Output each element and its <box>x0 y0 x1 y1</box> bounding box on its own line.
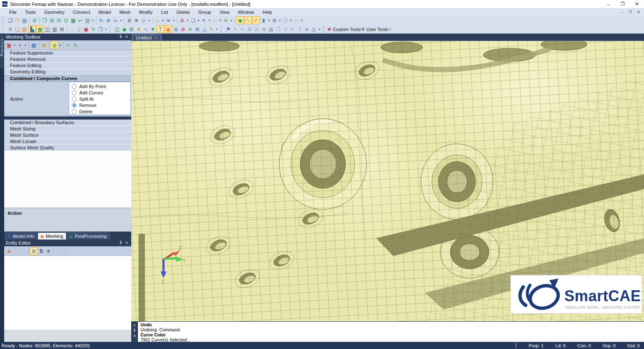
prev-view-disabled[interactable]: ⊗ <box>211 17 218 24</box>
charting-vertical-tab[interactable]: ∿ Charting <box>0 34 4 68</box>
color-layers[interactable]: ▦ <box>30 42 37 49</box>
select-add[interactable]: ↖ <box>72 42 79 49</box>
charting[interactable]: ▙ <box>28 25 36 33</box>
mdi-control-button[interactable]: ✕ <box>635 10 642 14</box>
tab-close-icon[interactable]: ✕ <box>154 36 157 40</box>
no-pick[interactable]: ⊘ <box>179 17 186 24</box>
dropdown-arrow[interactable]: ▾ <box>317 26 321 33</box>
toolbox-list-item[interactable]: Mesh Locate <box>4 138 131 145</box>
menu-item[interactable]: Connect <box>69 10 94 15</box>
model-viewport[interactable]: X Y Z SmartCAE SIMULATE MORE, INNOVATE F… <box>131 41 644 321</box>
hyperlink[interactable]: ∞ <box>112 17 119 24</box>
categorized-view[interactable]: ≣ <box>30 247 38 255</box>
messages-strip-icon[interactable]: ≥ <box>134 323 136 327</box>
save-file[interactable]: ▤ <box>21 17 28 24</box>
refresh-view[interactable]: ↻ <box>98 17 105 24</box>
tab-postprocessing[interactable]: ▦ PostProcessing <box>67 232 110 240</box>
pin-icon[interactable]: ╇ <box>118 241 124 245</box>
flag-start[interactable]: ⚑ <box>225 26 232 33</box>
toolbox-list-item[interactable]: Feature Suppression <box>4 50 131 56</box>
menu-item[interactable]: Help <box>258 10 276 15</box>
active-surface[interactable]: ◍ <box>50 41 58 49</box>
dropdown-arrow[interactable]: ▾ <box>278 17 282 24</box>
dropdown-arrow[interactable]: ▾ <box>23 42 27 49</box>
radio-split-at[interactable]: Split At <box>69 96 130 102</box>
trash[interactable]: ▯ <box>75 26 83 33</box>
dropdown-arrow[interactable]: ▾ <box>161 17 165 24</box>
rotate-model[interactable]: ↻ <box>90 26 97 33</box>
view-orient-cube[interactable]: ◇ <box>140 17 147 24</box>
radio-add-curves[interactable]: Add Curves <box>69 89 130 96</box>
close-button[interactable]: ✕ <box>630 0 644 8</box>
zoom-all[interactable]: ⊕ <box>105 17 112 24</box>
delete-green[interactable]: ✕ <box>187 26 194 33</box>
saved-views[interactable]: ❐ <box>97 26 104 33</box>
minimize-button[interactable]: – <box>601 0 615 8</box>
toolbox-list-item[interactable]: Combined / Boundary Surfaces <box>4 120 131 126</box>
solid-cylinder[interactable]: ▮ <box>260 17 267 24</box>
copy-disabled[interactable]: ❒ <box>20 247 27 255</box>
toolbox-list-item[interactable]: Surface Mesh Quality <box>4 145 131 151</box>
menu-item[interactable]: Tools <box>21 10 40 15</box>
multi-pencil[interactable]: ✎ <box>208 26 215 33</box>
delete-mode[interactable]: ✕ <box>222 17 229 24</box>
menu-item[interactable]: Window <box>234 10 258 15</box>
add-point[interactable]: ✚ <box>135 26 142 33</box>
data-table[interactable]: ▤ <box>21 26 28 33</box>
viewport-tab-untitled[interactable]: Untitled ✕ <box>132 34 161 41</box>
measure-ruler[interactable]: ▭ <box>154 17 161 24</box>
spreadsheet[interactable]: ⊞ <box>58 26 65 33</box>
select-cursor-green[interactable]: ↖ <box>65 42 72 49</box>
dropdown-arrow[interactable]: ▾ <box>300 17 304 24</box>
toolbox-list-item[interactable]: Feature Removal <box>4 56 131 63</box>
snap-toggle[interactable]: ≋ <box>165 17 172 24</box>
select-cursor[interactable]: ↖ <box>200 17 208 24</box>
selection-box[interactable]: ▢ <box>282 17 289 24</box>
tab-meshing[interactable]: ▣ Meshing <box>38 232 66 240</box>
menu-item[interactable]: View <box>215 10 234 15</box>
entity-info[interactable]: ❖ <box>133 17 140 24</box>
sort-az[interactable]: ⇅ <box>38 247 45 255</box>
menu-item[interactable]: File <box>5 10 21 15</box>
close-icon[interactable]: ✕ <box>124 241 130 245</box>
cursor-pick[interactable]: ↖ <box>232 26 239 33</box>
report-list[interactable]: ▤ <box>310 26 317 33</box>
dropdown-arrow[interactable]: ▾ <box>267 17 271 24</box>
radio-remove[interactable]: Remove <box>69 102 130 108</box>
solid-box[interactable]: ▣ <box>164 25 172 33</box>
dropdown-arrow[interactable]: ▾ <box>119 17 123 24</box>
post-explorer[interactable]: ▦ <box>36 25 44 33</box>
cursor-pick-multi[interactable]: ↖ <box>239 26 246 33</box>
toolbox-list-item[interactable]: Geometry Editing <box>4 69 131 75</box>
lock[interactable]: ◙ <box>5 247 13 255</box>
tab-model-info[interactable]: ⊞ Model Info <box>5 232 37 240</box>
locate-node[interactable]: ⊕ <box>179 26 187 33</box>
mdi-control-button[interactable]: – <box>618 10 625 14</box>
dropdown-arrow[interactable]: ▾ <box>388 26 392 33</box>
export-up[interactable]: ↥ <box>296 26 303 33</box>
new-file[interactable]: ❏ <box>7 17 14 24</box>
pane-grid-c[interactable]: ⊞ <box>260 26 267 33</box>
dropdown-arrow[interactable]: ▾ <box>172 17 176 24</box>
entity-list[interactable]: ≣ <box>126 17 133 24</box>
preferences-gear[interactable]: ⚙ <box>31 17 38 24</box>
color-palette[interactable]: ▣ <box>83 26 90 33</box>
toolbox[interactable]: ❑ <box>14 26 21 33</box>
dropdown-arrow[interactable]: ▾ <box>147 17 151 24</box>
toolbox-list-item[interactable]: Feature Editing <box>4 63 131 69</box>
dockable-panes[interactable]: ◫ <box>44 26 51 33</box>
mesh-table[interactable]: ⊞ <box>194 26 201 33</box>
dropdown-arrow[interactable]: ▾ <box>208 17 211 24</box>
toolbox-list-item[interactable]: Mesh Surface <box>4 132 131 138</box>
text-annotation[interactable]: T <box>156 25 164 33</box>
mesh-render[interactable]: X Y Z SmartCAE SIMULATE MORE, INNOVATE F… <box>131 41 644 321</box>
data-surface[interactable]: ▥ <box>51 26 58 33</box>
dropdown-arrow[interactable]: ▾ <box>104 26 108 33</box>
custom-tools[interactable]: ❖ Custom Tools <box>327 26 361 33</box>
pane-grid-a[interactable]: ⊞ <box>246 26 253 33</box>
model-info-tree[interactable]: ≡ <box>7 26 14 33</box>
dropdown-arrow[interactable]: ▾ <box>91 17 95 24</box>
redo-disabled[interactable]: ⊗ <box>293 17 300 24</box>
dropdown-arrow[interactable]: ▾ <box>186 17 190 24</box>
mesh-plus[interactable]: ⊞ <box>128 26 135 33</box>
